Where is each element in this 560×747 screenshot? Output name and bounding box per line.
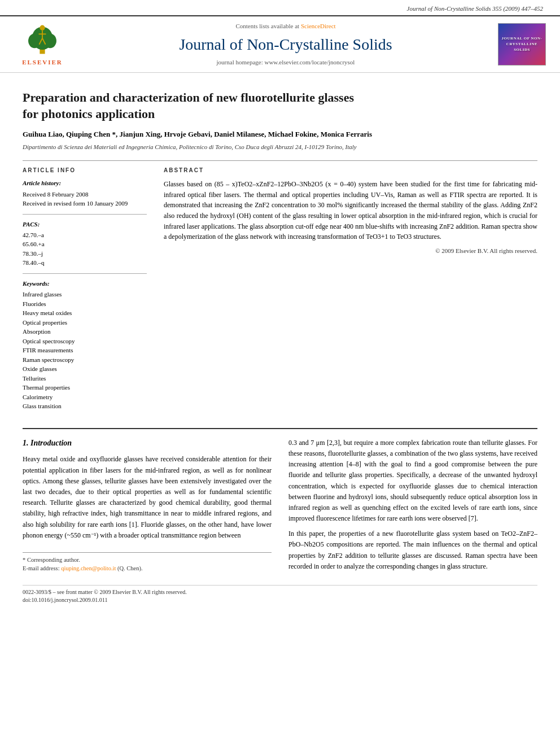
- info-abstract-section: Article Info Article history: Received 8…: [23, 160, 537, 417]
- affiliation: Dipartimento di Scienza dei Materiali ed…: [23, 143, 537, 151]
- issn-text: 0022-3093/$ – see front matter © 2009 El…: [23, 588, 537, 596]
- keyword-9: Oxide glasses: [23, 364, 147, 374]
- article-info-column: Article Info Article history: Received 8…: [23, 167, 147, 417]
- homepage-url[interactable]: www.elsevier.com/locate/jnoncrysol: [264, 59, 355, 65]
- keyword-7: FTIR measurements: [23, 346, 147, 355]
- intro-para3: In this paper, the properties of a new f…: [288, 528, 537, 572]
- doi-text: doi:10.1016/j.jnoncrysol.2009.01.011: [23, 596, 537, 604]
- journal-citation: Journal of Non-Crystalline Solids 355 (2…: [0, 0, 560, 15]
- copyright-line: © 2009 Elsevier B.V. All rights reserved…: [164, 247, 537, 255]
- journal-header: ELSEVIER Contents lists available at Sci…: [0, 15, 560, 73]
- main-content: Preparation and characterization of new …: [0, 73, 560, 615]
- keywords-heading: Keywords:: [23, 279, 147, 288]
- journal-homepage: journal homepage: www.elsevier.com/locat…: [73, 58, 498, 67]
- sciencedirect-prefix: Contents lists available at: [235, 23, 300, 29]
- abstract-label: Abstract: [164, 167, 537, 174]
- divider-1: [23, 214, 147, 215]
- keyword-6: Optical spectroscopy: [23, 337, 147, 346]
- keyword-11: Thermal properties: [23, 383, 147, 392]
- keyword-8: Raman spectroscopy: [23, 355, 147, 365]
- intro-para1: Heavy metal oxide and oxyfluoride glasse…: [23, 454, 272, 541]
- pacs-heading: PACS:: [23, 220, 147, 229]
- body-right-col: 0.3 and 7 μm [2,3], but require a more c…: [288, 438, 537, 576]
- sciencedirect-link-text[interactable]: ScienceDirect: [301, 23, 336, 29]
- body-two-col: 1. Introduction Heavy metal oxide and ox…: [23, 438, 537, 576]
- bottom-bar: 0022-3093/$ – see front matter © 2009 El…: [23, 585, 537, 604]
- body-left-col: 1. Introduction Heavy metal oxide and ox…: [23, 438, 272, 576]
- received-date: Received 8 February 2008: [23, 190, 147, 199]
- journal-cover: JOURNAL OF NON-CRYSTALLINE SOLIDS: [498, 23, 549, 65]
- email-suffix: (Q. Chen).: [116, 565, 142, 571]
- sciencedirect-line: Contents lists available at ScienceDirec…: [73, 22, 498, 30]
- homepage-prefix: journal homepage:: [217, 59, 265, 65]
- article-history: Article history: Received 8 February 200…: [23, 179, 147, 208]
- pacs-78-40: 78.40.–q: [23, 258, 147, 268]
- journal-info-text: Journal of Non-Crystalline Solids 355 (2…: [407, 5, 543, 12]
- keyword-13: Glass transition: [23, 401, 147, 411]
- pacs-block: PACS: 42.70.–a 65.60.+a 78.30.–j 78.40.–…: [23, 220, 147, 268]
- svg-point-4: [40, 25, 45, 30]
- elsevier-label: ELSEVIER: [22, 58, 63, 67]
- journal-cover-image: JOURNAL OF NON-CRYSTALLINE SOLIDS: [498, 23, 546, 65]
- cover-text: JOURNAL OF NON-CRYSTALLINE SOLIDS: [501, 36, 543, 53]
- email-label: E-mail address:: [23, 565, 61, 571]
- pacs-78-30: 78.30.–j: [23, 249, 147, 259]
- keyword-1: Infrared glasses: [23, 290, 147, 299]
- introduction-section: 1. Introduction Heavy metal oxide and ox…: [23, 428, 537, 576]
- keyword-2: Fluorides: [23, 299, 147, 309]
- pacs-65: 65.60.+a: [23, 239, 147, 249]
- intro-number: 1.: [23, 439, 29, 447]
- article-title: Preparation and characterization of new …: [23, 90, 537, 122]
- abstract-text: Glasses based on (85 – x)TeO2–xZnF2–12Pb…: [164, 179, 537, 242]
- journal-title: Journal of Non-Crystalline Solids: [73, 33, 498, 55]
- pacs-42: 42.70.–a: [23, 230, 147, 240]
- intro-heading-text: Introduction: [30, 439, 72, 447]
- corresponding-author: * Corresponding author.: [23, 556, 272, 565]
- revised-date: Received in revised form 10 January 2009: [23, 199, 147, 208]
- keywords-block: Keywords: Infrared glasses Fluorides Hea…: [23, 279, 147, 411]
- keyword-3: Heavy metal oxides: [23, 308, 147, 318]
- svg-point-2: [28, 33, 41, 48]
- intro-para2: 0.3 and 7 μm [2,3], but require a more c…: [288, 438, 537, 525]
- article-info-label: Article Info: [23, 167, 147, 174]
- abstract-column: Abstract Glasses based on (85 – x)TeO2–x…: [164, 167, 537, 417]
- keyword-4: Optical properties: [23, 318, 147, 327]
- authors-list: Guihua Liao, Qiuping Chen *, Jianjun Xin…: [23, 129, 537, 139]
- email-line: E-mail address: qiuping.chen@polito.it (…: [23, 565, 272, 573]
- intro-heading: 1. Introduction: [23, 438, 272, 449]
- email-link[interactable]: qiuping.chen@polito.it: [61, 565, 116, 571]
- divider-2: [23, 273, 147, 274]
- elsevier-logo: ELSEVIER: [11, 23, 73, 67]
- keyword-10: Tellurites: [23, 374, 147, 383]
- keyword-5: Absorption: [23, 327, 147, 337]
- history-heading: Article history:: [23, 179, 147, 187]
- svg-point-3: [44, 33, 56, 48]
- keyword-12: Calorimetry: [23, 392, 147, 402]
- journal-center: Contents lists available at ScienceDirec…: [73, 22, 498, 67]
- footnote-area: * Corresponding author. E-mail address: …: [23, 552, 272, 573]
